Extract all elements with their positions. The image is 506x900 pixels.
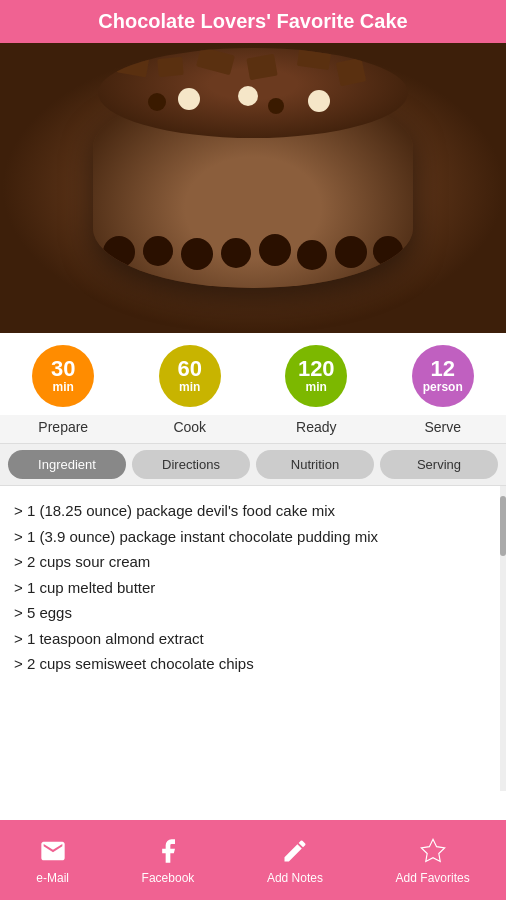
nav-add-favorites-label: Add Favorites [396, 871, 470, 885]
facebook-icon [152, 835, 184, 867]
ingredient-item: > 2 cups semisweet chocolate chips [14, 651, 492, 677]
content-area[interactable]: > 1 (18.25 ounce) package devil's food c… [0, 486, 506, 791]
tab-nutrition[interactable]: Nutrition [256, 450, 374, 479]
star-icon [417, 835, 449, 867]
nav-email[interactable]: e-Mail [36, 835, 69, 885]
nav-facebook[interactable]: Facebook [142, 835, 195, 885]
label-cook: Cook [127, 419, 254, 435]
label-ready: Ready [253, 419, 380, 435]
tab-serving[interactable]: Serving [380, 450, 498, 479]
tabs-row: Ingredient Directions Nutrition Serving [0, 444, 506, 486]
email-icon [37, 835, 69, 867]
scrollbar-track[interactable] [500, 486, 506, 791]
tab-directions[interactable]: Directions [132, 450, 250, 479]
recipe-image [0, 43, 506, 333]
stat-ready: 120 min [285, 345, 347, 407]
tab-ingredient[interactable]: Ingredient [8, 450, 126, 479]
stat-cook: 60 min [159, 345, 221, 407]
ingredients-list: > 1 (18.25 ounce) package devil's food c… [14, 498, 492, 677]
page-header: Chocolate Lovers' Favorite Cake [0, 0, 506, 43]
labels-row: Prepare Cook Ready Serve [0, 415, 506, 444]
stat-prepare: 30 min [32, 345, 94, 407]
ingredient-item: > 2 cups sour cream [14, 549, 492, 575]
nav-add-notes-label: Add Notes [267, 871, 323, 885]
nav-facebook-label: Facebook [142, 871, 195, 885]
label-prepare: Prepare [0, 419, 127, 435]
bottom-nav: e-Mail Facebook Add Notes Add Favorites [0, 820, 506, 900]
page-title: Chocolate Lovers' Favorite Cake [98, 10, 407, 32]
nav-add-favorites[interactable]: Add Favorites [396, 835, 470, 885]
ingredient-item: > 1 cup melted butter [14, 575, 492, 601]
scrollbar-thumb[interactable] [500, 496, 506, 556]
stats-row: 30 min 60 min 120 min 12 person [0, 333, 506, 415]
label-serve: Serve [380, 419, 507, 435]
ingredient-item: > 5 eggs [14, 600, 492, 626]
notes-icon [279, 835, 311, 867]
nav-add-notes[interactable]: Add Notes [267, 835, 323, 885]
ingredient-item: > 1 (18.25 ounce) package devil's food c… [14, 498, 492, 524]
stat-serve: 12 person [412, 345, 474, 407]
nav-email-label: e-Mail [36, 871, 69, 885]
ingredient-item: > 1 teaspoon almond extract [14, 626, 492, 652]
ingredient-item: > 1 (3.9 ounce) package instant chocolat… [14, 524, 492, 550]
